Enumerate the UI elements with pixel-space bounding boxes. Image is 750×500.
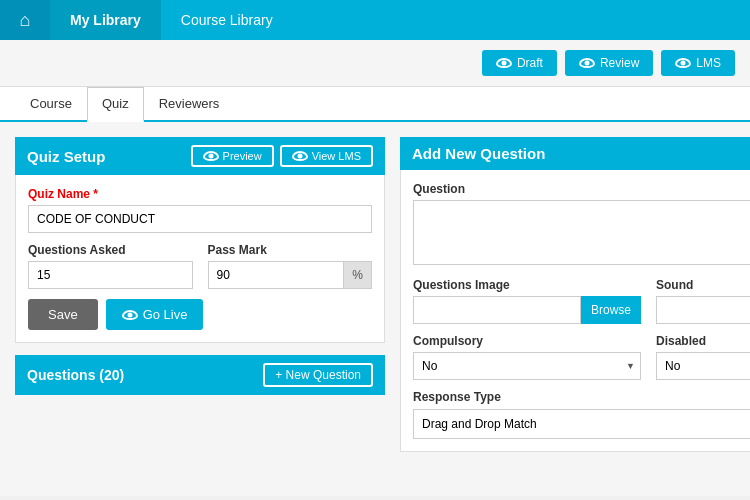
tab-quiz[interactable]: Quiz bbox=[87, 87, 144, 122]
preview-button[interactable]: Preview bbox=[191, 145, 274, 167]
eye-icon bbox=[496, 58, 512, 68]
home-icon: ⌂ bbox=[20, 10, 31, 31]
sound-col: Sound Browse bbox=[656, 278, 750, 324]
lms-button[interactable]: LMS bbox=[661, 50, 735, 76]
quiz-metrics-row: Questions Asked Pass Mark % bbox=[28, 243, 372, 289]
nav-tab-my-library[interactable]: My Library bbox=[50, 0, 161, 40]
compulsory-col: Compulsory No Yes bbox=[413, 334, 641, 380]
sound-label: Sound bbox=[656, 278, 750, 292]
response-type-select[interactable]: Drag and Drop Match Multiple Choice True… bbox=[413, 409, 750, 439]
save-button[interactable]: Save bbox=[28, 299, 98, 330]
add-question-header: Add New Question bbox=[400, 137, 750, 170]
sub-tabs: Course Quiz Reviewers bbox=[0, 87, 750, 122]
compulsory-disabled-row: Compulsory No Yes Disabled No Yes bbox=[413, 334, 750, 380]
questions-asked-label: Questions Asked bbox=[28, 243, 193, 257]
view-lms-button[interactable]: View LMS bbox=[280, 145, 373, 167]
response-type-section: Response Type Drag and Drop Match Multip… bbox=[413, 390, 750, 439]
compulsory-label: Compulsory bbox=[413, 334, 641, 348]
eye-icon bbox=[579, 58, 595, 68]
questions-image-label: Questions Image bbox=[413, 278, 641, 292]
nav-tab-course-library[interactable]: Course Library bbox=[161, 0, 293, 40]
go-live-button[interactable]: Go Live bbox=[106, 299, 204, 330]
question-label: Question bbox=[413, 182, 750, 196]
question-textarea[interactable] bbox=[413, 200, 750, 265]
required-marker: * bbox=[93, 187, 98, 201]
disabled-col: Disabled No Yes bbox=[656, 334, 750, 380]
new-question-button[interactable]: + New Question bbox=[263, 363, 373, 387]
questions-section: Questions (20) + New Question bbox=[15, 355, 385, 395]
top-nav: ⌂ My Library Course Library bbox=[0, 0, 750, 40]
compulsory-select[interactable]: No Yes bbox=[413, 352, 641, 380]
image-sound-row: Questions Image Browse Sound Browse bbox=[413, 278, 750, 324]
image-browse-button[interactable]: Browse bbox=[581, 296, 641, 324]
questions-image-col: Questions Image Browse bbox=[413, 278, 641, 324]
response-type-select-wrapper: Drag and Drop Match Multiple Choice True… bbox=[413, 409, 750, 439]
disabled-select[interactable]: No Yes bbox=[656, 352, 750, 380]
quiz-name-input[interactable] bbox=[28, 205, 372, 233]
eye-icon bbox=[203, 151, 219, 161]
add-question-title: Add New Question bbox=[412, 145, 545, 162]
quiz-setup-header-btns: Preview View LMS bbox=[191, 145, 373, 167]
home-button[interactable]: ⌂ bbox=[0, 0, 50, 40]
pass-mark-input[interactable] bbox=[208, 261, 345, 289]
tab-course[interactable]: Course bbox=[15, 87, 87, 120]
tab-reviewers[interactable]: Reviewers bbox=[144, 87, 235, 120]
response-type-label: Response Type bbox=[413, 390, 750, 404]
disabled-label: Disabled bbox=[656, 334, 750, 348]
questions-image-input-group: Browse bbox=[413, 296, 641, 324]
pass-mark-label: Pass Mark bbox=[208, 243, 373, 257]
quiz-name-label: Quiz Name * bbox=[28, 187, 372, 201]
pass-mark-suffix: % bbox=[344, 261, 372, 289]
compulsory-select-wrapper: No Yes bbox=[413, 352, 641, 380]
draft-button[interactable]: Draft bbox=[482, 50, 557, 76]
action-buttons: Save Go Live bbox=[28, 299, 372, 330]
toolbar: Draft Review LMS bbox=[0, 40, 750, 87]
add-question-body: Question Questions Image Browse Sound Br… bbox=[400, 170, 750, 452]
eye-icon bbox=[675, 58, 691, 68]
sound-input-group: Browse bbox=[656, 296, 750, 324]
quiz-setup-body: Quiz Name * Questions Asked Pass Mark % bbox=[15, 175, 385, 343]
eye-icon bbox=[292, 151, 308, 161]
eye-icon bbox=[122, 310, 138, 320]
pass-mark-input-group: % bbox=[208, 261, 373, 289]
disabled-select-wrapper: No Yes bbox=[656, 352, 750, 380]
review-button[interactable]: Review bbox=[565, 50, 653, 76]
questions-image-input[interactable] bbox=[413, 296, 581, 324]
pass-mark-col: Pass Mark % bbox=[208, 243, 373, 289]
left-panel: Quiz Setup Preview View LMS Quiz Name * bbox=[15, 137, 385, 481]
questions-asked-col: Questions Asked bbox=[28, 243, 193, 289]
questions-title: Questions (20) bbox=[27, 367, 124, 383]
sound-input[interactable] bbox=[656, 296, 750, 324]
questions-header: Questions (20) + New Question bbox=[15, 355, 385, 395]
main-content: Quiz Setup Preview View LMS Quiz Name * bbox=[0, 122, 750, 496]
questions-asked-input[interactable] bbox=[28, 261, 193, 289]
quiz-setup-header: Quiz Setup Preview View LMS bbox=[15, 137, 385, 175]
right-panel: Add New Question Question Questions Imag… bbox=[400, 137, 750, 481]
quiz-setup-title: Quiz Setup bbox=[27, 148, 105, 165]
